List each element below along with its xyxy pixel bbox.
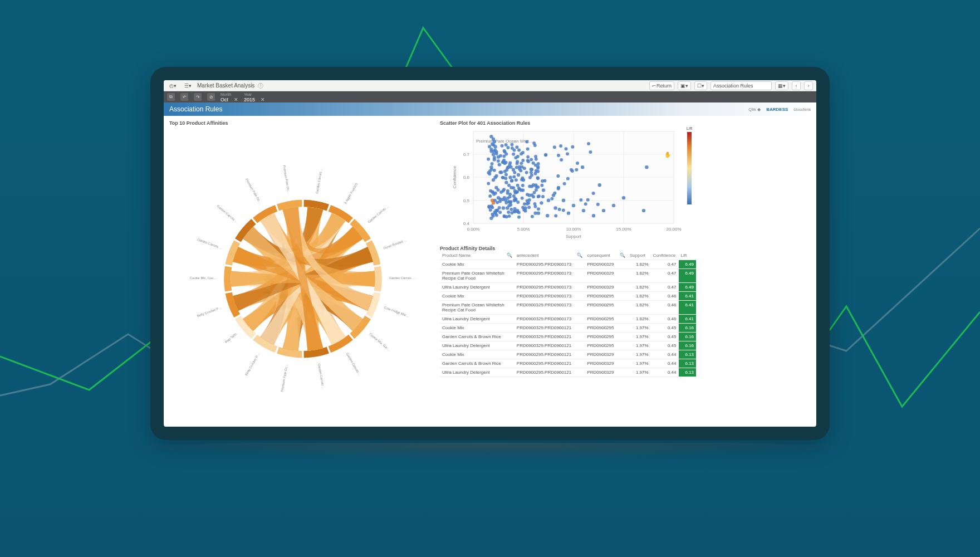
- sheet-title: Association Rules: [169, 105, 222, 113]
- svg-point-231: [497, 159, 500, 163]
- svg-point-297: [584, 202, 587, 206]
- svg-point-39: [504, 180, 508, 184]
- scatter-chart[interactable]: Lift: [440, 126, 696, 240]
- close-icon[interactable]: ✕: [234, 97, 238, 102]
- info-icon[interactable]: i: [258, 83, 263, 89]
- svg-point-282: [521, 184, 525, 187]
- list-view-icon[interactable]: ☰▾: [182, 81, 194, 90]
- svg-point-169: [506, 189, 509, 193]
- svg-point-261: [514, 198, 517, 202]
- svg-point-156: [520, 162, 523, 165]
- svg-point-232: [512, 153, 515, 156]
- svg-point-245: [521, 159, 525, 162]
- next-sheet-button[interactable]: ›: [804, 81, 813, 90]
- chord-panel: Top 10 Product Affinities Garden Carrots…: [169, 120, 437, 422]
- svg-point-288: [502, 176, 505, 179]
- svg-point-268: [536, 167, 540, 170]
- svg-text:Garden Carrots …: Garden Carrots …: [317, 363, 325, 390]
- svg-point-182: [534, 183, 537, 187]
- affinity-table[interactable]: Product Name🔍antecedent🔍consequent🔍Suppo…: [440, 251, 696, 377]
- svg-point-293: [503, 162, 507, 165]
- svg-point-210: [537, 207, 540, 211]
- svg-point-269: [491, 190, 494, 193]
- chord-title: Top 10 Product Affinities: [169, 120, 437, 126]
- table-row[interactable]: Garden Carrots & Brown RicePRD0900329.PR…: [440, 333, 696, 341]
- svg-point-54: [602, 209, 605, 212]
- svg-point-126: [514, 178, 518, 182]
- svg-point-184: [537, 195, 540, 198]
- svg-point-99: [554, 214, 557, 217]
- svg-text:Garden Carrots …: Garden Carrots …: [367, 204, 389, 224]
- svg-text:0.6: 0.6: [463, 175, 470, 180]
- svg-point-165: [526, 155, 530, 159]
- svg-point-252: [499, 154, 502, 158]
- brand-cloudera: cloudera: [793, 107, 811, 112]
- svg-point-174: [517, 149, 521, 152]
- svg-text:0.4: 0.4: [463, 221, 470, 226]
- cursor-icon: ✋: [664, 151, 672, 158]
- svg-point-239: [520, 165, 523, 169]
- svg-point-173: [586, 198, 590, 202]
- svg-point-67: [498, 170, 502, 174]
- svg-point-296: [508, 163, 511, 167]
- table-row[interactable]: Ultra Laundry DetergentPRD0900295.PRD090…: [440, 368, 696, 377]
- grid-icon[interactable]: ▦▾: [775, 81, 788, 90]
- svg-point-193: [526, 193, 529, 196]
- prev-sheet-button[interactable]: ‹: [792, 81, 801, 90]
- svg-point-275: [541, 195, 545, 198]
- table-row[interactable]: Premium Pate Ocean Whitefish Recipe Cat …: [440, 269, 696, 283]
- svg-point-234: [571, 145, 574, 149]
- svg-point-206: [532, 162, 535, 165]
- svg-point-108: [512, 175, 516, 178]
- svg-point-120: [495, 174, 498, 178]
- table-row[interactable]: Ultra Laundry DetergentPRD0900295.PRD090…: [440, 283, 696, 292]
- svg-point-162: [495, 213, 498, 217]
- table-row[interactable]: Cookie MixPRD0900295.PRD0900173PRD090032…: [440, 260, 696, 269]
- svg-text:Cookie Mix, Gar…: Cookie Mix, Gar…: [369, 332, 391, 351]
- story-icon[interactable]: ▣▾: [678, 81, 691, 90]
- table-row[interactable]: Ultra Laundry DetergentPRD0900329.PRD090…: [440, 315, 696, 324]
- filter-year[interactable]: Year 2015✕: [244, 92, 265, 102]
- filter-year-label: Year: [244, 92, 265, 97]
- return-button[interactable]: ⤺ Return: [649, 81, 674, 90]
- svg-point-258: [535, 169, 538, 173]
- selection-tree-icon[interactable]: ⧉: [167, 93, 175, 101]
- svg-point-55: [547, 199, 550, 202]
- svg-point-257: [557, 187, 560, 190]
- table-row[interactable]: Garden Carrots & Brown RicePRD0900295.PR…: [440, 359, 696, 368]
- svg-point-97: [513, 171, 516, 174]
- clear-selections-icon[interactable]: ⊘: [207, 93, 215, 101]
- svg-text:0.5: 0.5: [463, 198, 470, 203]
- svg-point-80: [567, 211, 570, 214]
- svg-point-131: [566, 177, 570, 180]
- svg-point-294: [488, 145, 491, 148]
- chord-diagram[interactable]: Garden Carrots …6 Apple Fruit103Garden C…: [169, 126, 437, 427]
- table-row[interactable]: Premium Pate Ocean Whitefish Recipe Cat …: [440, 301, 696, 315]
- table-row[interactable]: Cookie MixPRD0900295.PRD0900121PRD090032…: [440, 350, 696, 359]
- filter-month[interactable]: Month Oct✕: [220, 92, 238, 102]
- svg-point-79: [553, 206, 557, 209]
- svg-text:6 Apple Fruit103: 6 Apple Fruit103: [344, 182, 358, 204]
- svg-point-280: [516, 184, 520, 187]
- table-row[interactable]: Ultra Laundry DetergentPRD0900329.PRD090…: [440, 341, 696, 350]
- step-back-icon[interactable]: ↶: [180, 93, 188, 101]
- global-menu-icon[interactable]: ◴▾: [167, 81, 179, 90]
- svg-point-290: [532, 141, 536, 145]
- filter-month-label: Month: [220, 92, 238, 97]
- table-row[interactable]: Cookie MixPRD0900329.PRD0900173PRD090029…: [440, 292, 696, 301]
- close-icon[interactable]: ✕: [261, 97, 265, 102]
- svg-point-82: [495, 152, 498, 155]
- svg-point-200: [513, 209, 516, 213]
- svg-point-59: [492, 178, 495, 182]
- table-row[interactable]: Cookie MixPRD0900329.PRD0900121PRD090029…: [440, 324, 696, 333]
- sheets-dropdown[interactable]: Association Rules: [710, 81, 772, 90]
- step-forward-icon[interactable]: ↷: [194, 93, 202, 101]
- scatter-title: Scatter Plot for 401 Association Rules: [440, 120, 811, 126]
- bookmark-icon[interactable]: ☐▾: [694, 81, 707, 90]
- svg-point-141: [498, 206, 501, 209]
- svg-text:10.00%: 10.00%: [566, 227, 581, 232]
- svg-point-48: [572, 204, 575, 207]
- svg-point-164: [527, 206, 531, 209]
- svg-point-255: [575, 168, 578, 172]
- svg-point-93: [510, 143, 513, 146]
